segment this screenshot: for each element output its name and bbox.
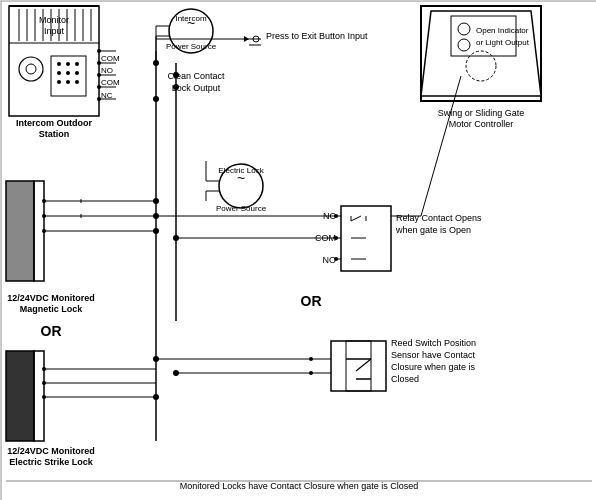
svg-point-80 xyxy=(334,257,338,261)
svg-point-22 xyxy=(57,71,61,75)
svg-text:Monitored Locks have Contact C: Monitored Locks have Contact Closure whe… xyxy=(180,481,419,491)
svg-point-117 xyxy=(42,229,46,233)
svg-point-131 xyxy=(42,367,46,371)
svg-text:Intercom: Intercom xyxy=(175,14,206,23)
svg-text:Sensor have Contact: Sensor have Contact xyxy=(391,350,476,360)
svg-text:NO: NO xyxy=(101,66,113,75)
svg-point-113 xyxy=(42,199,46,203)
svg-text:Power Source: Power Source xyxy=(166,42,217,51)
svg-point-135 xyxy=(42,395,46,399)
svg-text:Monitor: Monitor xyxy=(39,15,69,25)
svg-point-27 xyxy=(75,80,79,84)
svg-rect-93 xyxy=(331,341,386,391)
svg-point-19 xyxy=(57,62,61,66)
svg-text:or Light Output: or Light Output xyxy=(476,38,530,47)
svg-text:COM: COM xyxy=(101,78,120,87)
svg-text:Motor Controller: Motor Controller xyxy=(449,119,514,129)
svg-text:Input: Input xyxy=(44,26,65,36)
svg-text:Electric Lock: Electric Lock xyxy=(218,166,264,175)
svg-text:12/24VDC Monitored: 12/24VDC Monitored xyxy=(7,446,95,456)
svg-rect-110 xyxy=(6,181,34,281)
svg-text:Lock Output: Lock Output xyxy=(172,83,221,93)
svg-point-25 xyxy=(57,80,61,84)
svg-point-139 xyxy=(153,394,159,400)
svg-point-23 xyxy=(66,71,70,75)
svg-text:Closed: Closed xyxy=(391,374,419,384)
svg-text:12/24VDC Monitored: 12/24VDC Monitored xyxy=(7,293,95,303)
svg-text:NO: NO xyxy=(323,255,337,265)
svg-point-29 xyxy=(97,49,101,53)
svg-text:Electric Strike Lock: Electric Strike Lock xyxy=(9,457,94,467)
svg-text:Relay Contact Opens: Relay Contact Opens xyxy=(396,213,482,223)
svg-text:Intercom Outdoor: Intercom Outdoor xyxy=(16,118,92,128)
svg-text:Station: Station xyxy=(39,129,70,139)
svg-point-24 xyxy=(75,71,79,75)
svg-text:OR: OR xyxy=(41,323,62,339)
svg-point-105 xyxy=(173,370,179,376)
svg-rect-128 xyxy=(6,351,34,441)
svg-point-157 xyxy=(173,72,179,78)
wiring-diagram: Monitor Input COM NO COM NC Intercom Out… xyxy=(0,0,596,500)
svg-point-159 xyxy=(153,96,159,102)
svg-text:Power Source: Power Source xyxy=(216,204,267,213)
svg-point-26 xyxy=(66,80,70,84)
svg-text:Closure when gate is: Closure when gate is xyxy=(391,362,476,372)
svg-point-156 xyxy=(153,60,159,66)
svg-text:when gate is Open: when gate is Open xyxy=(395,225,471,235)
svg-text:NC: NC xyxy=(101,91,113,100)
svg-point-124 xyxy=(153,228,159,234)
svg-point-21 xyxy=(75,62,79,66)
svg-point-20 xyxy=(66,62,70,66)
svg-text:Press to Exit Button Input: Press to Exit Button Input xyxy=(266,31,368,41)
svg-point-121 xyxy=(153,198,159,204)
svg-point-103 xyxy=(153,356,159,362)
svg-text:COM: COM xyxy=(101,54,120,63)
svg-point-158 xyxy=(173,84,179,90)
svg-point-115 xyxy=(42,214,46,218)
svg-point-133 xyxy=(42,381,46,385)
svg-text:Open Indicator: Open Indicator xyxy=(476,26,529,35)
svg-text:OR: OR xyxy=(301,293,322,309)
svg-point-89 xyxy=(173,235,179,241)
svg-text:Magnetic Lock: Magnetic Lock xyxy=(20,304,84,314)
svg-text:Reed Switch Position: Reed Switch Position xyxy=(391,338,476,348)
